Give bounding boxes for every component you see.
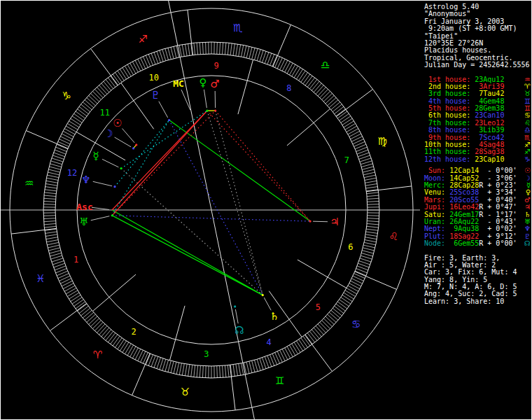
degree-tick bbox=[362, 167, 373, 169]
planet-velocity: + 0°47' bbox=[483, 204, 517, 211]
degree-tick bbox=[366, 187, 378, 188]
degree-tick bbox=[365, 240, 377, 242]
planet-row: Node: 6Gem55R + 0°00'☊ bbox=[424, 240, 531, 247]
house-number-3: 3 bbox=[204, 349, 209, 359]
degree-tick bbox=[364, 242, 376, 245]
degree-tick bbox=[348, 286, 358, 291]
house-row: 12th house: 23Cap10♑ bbox=[424, 156, 531, 163]
degree-tick bbox=[88, 316, 97, 325]
degree-tick bbox=[345, 290, 356, 297]
house-cusp bbox=[169, 306, 185, 360]
degree-tick bbox=[351, 136, 362, 141]
degree-tick bbox=[342, 118, 352, 125]
degree-tick bbox=[252, 360, 255, 372]
degree-tick bbox=[63, 131, 74, 136]
degree-tick bbox=[79, 306, 88, 313]
planet-glyph-pluto: ♇ bbox=[150, 89, 160, 102]
degree-tick bbox=[191, 365, 192, 377]
degree-tick bbox=[353, 276, 363, 281]
degree-tick bbox=[60, 136, 71, 141]
degree-tick bbox=[353, 139, 363, 144]
house-cusp bbox=[287, 108, 330, 146]
degree-tick bbox=[162, 359, 166, 370]
degree-tick bbox=[361, 164, 372, 167]
sign-boundary bbox=[188, 10, 193, 55]
degree-tick bbox=[292, 344, 298, 354]
house-number-4: 4 bbox=[267, 337, 272, 347]
sign-boundary bbox=[337, 89, 373, 116]
degree-tick bbox=[130, 63, 136, 74]
degree-tick bbox=[368, 218, 379, 219]
degree-tick bbox=[312, 330, 319, 339]
degree-tick bbox=[62, 281, 72, 286]
degree-tick bbox=[113, 336, 120, 346]
sign-glyph-virgo: ♍ bbox=[377, 135, 386, 148]
degree-tick bbox=[80, 308, 90, 316]
sign-glyph-pisces: ♓ bbox=[36, 272, 45, 285]
degree-tick bbox=[168, 360, 171, 372]
degree-tick bbox=[122, 342, 129, 352]
sign-glyph-sagittarius: ♐ bbox=[139, 33, 148, 46]
degree-tick bbox=[326, 95, 334, 104]
degree-tick bbox=[165, 360, 169, 371]
sign-glyph-taurus: ♉ bbox=[181, 386, 190, 398]
chart-statistics: Fire: 3, Earth: 3,Air : 5, Water: 2Car: … bbox=[424, 255, 531, 306]
planet-glyph-saturn: ♄ bbox=[270, 310, 279, 323]
sign-boundary bbox=[230, 365, 235, 410]
degree-tick bbox=[301, 72, 308, 82]
house-number-1: 1 bbox=[74, 255, 78, 265]
degree-tick bbox=[52, 258, 63, 262]
aspect-line-mars-saturn bbox=[216, 111, 263, 295]
planet-position-value: 6Gem55 bbox=[445, 240, 479, 247]
degree-tick bbox=[92, 91, 101, 99]
degree-tick bbox=[233, 43, 234, 55]
degree-tick bbox=[48, 169, 59, 172]
sign-glyph-aquarius: ♒ bbox=[24, 177, 34, 190]
house-cusp bbox=[92, 274, 136, 312]
degree-tick bbox=[322, 321, 330, 329]
angle-label-mc: MC bbox=[173, 78, 184, 89]
house-number-10: 10 bbox=[149, 73, 159, 83]
sign-boundary bbox=[305, 335, 332, 372]
degree-tick bbox=[125, 344, 131, 354]
degree-tick bbox=[365, 234, 377, 237]
degree-tick bbox=[135, 60, 141, 71]
degree-tick bbox=[120, 69, 126, 79]
angle-label-asc: Asc bbox=[76, 202, 92, 212]
degree-tick bbox=[287, 346, 293, 357]
degree-tick bbox=[45, 232, 57, 233]
degree-tick bbox=[188, 365, 190, 377]
planet-dot-sun bbox=[135, 144, 137, 146]
degree-tick bbox=[332, 104, 342, 112]
degree-tick bbox=[67, 123, 78, 130]
chart-time: 9:20am (ST +8:00 GMT) bbox=[424, 25, 531, 32]
degree-tick bbox=[99, 326, 106, 335]
planet-glyph-sun: ☉ bbox=[113, 117, 122, 130]
aspect-line-mercury-venus bbox=[121, 111, 207, 168]
degree-tick bbox=[77, 109, 87, 116]
degree-tick bbox=[44, 221, 56, 222]
degree-tick bbox=[246, 46, 249, 58]
pointer-venus bbox=[204, 90, 206, 108]
pointer-sun bbox=[122, 129, 135, 143]
degree-tick bbox=[366, 232, 378, 233]
sign-boundary bbox=[11, 228, 57, 234]
degree-tick bbox=[49, 251, 60, 253]
planet-dot-venus bbox=[206, 110, 208, 112]
degree-tick bbox=[329, 100, 338, 108]
degree-tick bbox=[125, 66, 131, 76]
degree-tick bbox=[292, 66, 298, 76]
degree-tick bbox=[320, 89, 328, 97]
degree-tick bbox=[66, 288, 76, 295]
planet-dot-node bbox=[234, 305, 236, 307]
julian-day: Julian Day = 2452642.5556 bbox=[424, 62, 531, 69]
degree-tick bbox=[99, 85, 106, 94]
degree-tick bbox=[363, 172, 375, 175]
degree-tick bbox=[200, 43, 200, 55]
degree-tick bbox=[179, 363, 181, 375]
degree-tick bbox=[135, 349, 141, 360]
degree-tick bbox=[320, 322, 328, 330]
degree-tick bbox=[236, 44, 238, 56]
degree-tick bbox=[365, 181, 377, 183]
degree-tick bbox=[122, 67, 129, 77]
